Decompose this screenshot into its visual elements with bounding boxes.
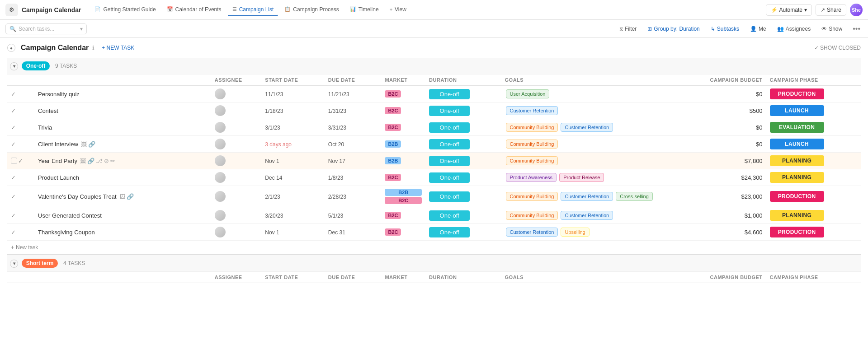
- group-by-icon: ⊞: [647, 26, 652, 32]
- group-header-short-term: ▾ Short term 4 TASKS: [7, 255, 861, 272]
- avatar[interactable]: [215, 88, 226, 99]
- automate-chevron: ▾: [804, 7, 807, 13]
- col-header-goals-st: GOALS: [501, 272, 678, 283]
- avatar[interactable]: [215, 191, 226, 202]
- group-collapse-icon-short[interactable]: ▾: [10, 260, 18, 268]
- avatar[interactable]: [215, 227, 226, 237]
- start-date: 3 days ago: [265, 141, 292, 148]
- show-label: Show: [829, 26, 842, 32]
- check-icon[interactable]: ✓: [11, 124, 16, 131]
- show-closed-button[interactable]: ✓ SHOW CLOSED: [814, 45, 861, 51]
- filter-label: Filter: [625, 26, 637, 32]
- plus-icon: +: [11, 244, 14, 251]
- avatar[interactable]: [215, 210, 226, 221]
- task-name-cell: Valentine's Day Couples Treat 🖼 🔗: [38, 193, 208, 200]
- goal-badge: Customer Retention: [561, 211, 613, 220]
- new-task-button[interactable]: + NEW TASK: [98, 43, 138, 52]
- table-row: ✓ Valentine's Day Couples Treat 🖼 🔗 2/1/…: [7, 186, 861, 207]
- list-icon: ☰: [232, 6, 237, 12]
- info-icon[interactable]: ℹ: [92, 45, 94, 51]
- market-badge: B2C: [385, 124, 401, 131]
- tab-campaign-list[interactable]: ☰ Campaign List: [228, 4, 278, 16]
- add-task-link[interactable]: + New task: [11, 244, 857, 251]
- tab-view-add[interactable]: + View: [385, 4, 411, 16]
- tab-campaign-list-label: Campaign List: [239, 6, 274, 13]
- automate-label: Automate: [779, 7, 802, 13]
- tab-campaign-process[interactable]: 📋 Campaign Process: [280, 4, 343, 16]
- tab-view-label: View: [395, 6, 406, 13]
- new-task-label: + NEW TASK: [102, 45, 134, 51]
- section-header: ● Campaign Calendar ℹ + NEW TASK ✓ SHOW …: [7, 43, 861, 52]
- check-icon[interactable]: ✓: [11, 212, 16, 219]
- market-badge: B2B: [385, 157, 401, 164]
- share-button[interactable]: ↗ Share: [816, 4, 846, 16]
- col-header-name-st: [34, 272, 211, 283]
- tab-timeline[interactable]: 📊 Timeline: [345, 4, 383, 16]
- subtasks-button[interactable]: ↳ Subtasks: [708, 24, 742, 33]
- task-name: Trivia: [38, 124, 52, 131]
- check-icon[interactable]: ✓: [11, 229, 16, 236]
- market-badge: B2B: [385, 189, 422, 196]
- check-icon[interactable]: ✓: [11, 174, 16, 181]
- tab-getting-started-label: Getting Started Guide: [103, 6, 156, 13]
- task-icons: 🖼 🔗 ⎇ ⊘ ✏: [80, 158, 115, 164]
- search-box[interactable]: 🔍 Search tasks... ▾: [5, 23, 87, 34]
- start-date: 1/18/23: [265, 108, 283, 114]
- subtasks-label: Subtasks: [717, 26, 739, 32]
- start-date: 3/20/23: [265, 213, 283, 219]
- phase-badge: PLANNING: [770, 155, 824, 166]
- section-collapse-icon[interactable]: ●: [7, 44, 15, 52]
- avatar[interactable]: [215, 105, 226, 116]
- assignees-button[interactable]: 👥 Assignees: [774, 24, 813, 33]
- avatar[interactable]: [215, 139, 226, 149]
- group-collapse-icon[interactable]: ▾: [10, 62, 18, 70]
- budget-cell: $1,000: [681, 212, 762, 219]
- avatar[interactable]: [215, 172, 226, 183]
- market-badge: B2C: [385, 107, 401, 114]
- filter-button[interactable]: ⧖ Filter: [617, 24, 640, 33]
- phase-badge: LAUNCH: [770, 105, 824, 116]
- budget-cell: $0: [681, 124, 762, 131]
- automate-button[interactable]: ⚡ Automate ▾: [766, 4, 812, 16]
- start-date: Dec 14: [265, 175, 282, 181]
- goal-badge: Community Building: [506, 156, 558, 165]
- user-avatar[interactable]: She: [850, 4, 863, 16]
- table-row: ✓ Client Interview 🖼 🔗 3 days ago Oct 20: [7, 136, 861, 153]
- task-name: Product Launch: [38, 174, 79, 181]
- group-by-button[interactable]: ⊞ Group by: Duration: [645, 24, 702, 33]
- subtask-icon: ⎇: [96, 158, 103, 164]
- image-icon: 🖼: [80, 158, 86, 164]
- more-options-button[interactable]: •••: [850, 23, 863, 34]
- col-header-budget: CAMPAIGN BUDGET: [678, 74, 766, 86]
- me-label: Me: [759, 26, 766, 32]
- avatar[interactable]: [215, 122, 226, 133]
- check-icon[interactable]: ✓: [11, 193, 16, 200]
- col-header-duration-st: DURATION: [425, 272, 501, 283]
- tab-getting-started[interactable]: 📄 Getting Started Guide: [90, 4, 160, 16]
- group-badge-one-off: One-off: [22, 61, 50, 70]
- me-button[interactable]: 👤 Me: [747, 24, 769, 33]
- goals-cell: Community Building Customer Retention: [505, 210, 675, 221]
- goals-cell: Community Building Customer Retention: [505, 122, 675, 133]
- start-date: 2/1/23: [265, 194, 280, 200]
- goals-cell: User Acquisition: [505, 88, 675, 99]
- tab-calendar-events-label: Calendar of Events: [175, 6, 222, 13]
- check-icon[interactable]: ✓: [11, 107, 16, 114]
- check-icon[interactable]: ✓: [11, 91, 16, 98]
- link-icon: 🔗: [127, 193, 134, 200]
- avatar[interactable]: [215, 155, 226, 166]
- show-button[interactable]: 👁 Show: [819, 24, 845, 33]
- check-icon[interactable]: ✓: [11, 141, 16, 148]
- main-content: ● Campaign Calendar ℹ + NEW TASK ✓ SHOW …: [0, 38, 868, 289]
- tab-calendar-events[interactable]: 📅 Calendar of Events: [162, 4, 226, 16]
- automate-icon: ⚡: [771, 7, 778, 13]
- goal-badge: Customer Retention: [506, 106, 558, 115]
- check-icon[interactable]: ✓: [18, 158, 23, 164]
- duration-badge: One-off: [429, 106, 470, 116]
- edit-icon: ✏: [110, 158, 115, 164]
- group-one-off: ▾ One-off 9 TASKS ASSIGNEE START DATE DU…: [7, 58, 861, 283]
- assignees-label: Assignees: [786, 26, 811, 32]
- goal-badge: Community Building: [506, 123, 558, 132]
- row-checkbox[interactable]: [11, 158, 17, 164]
- due-date: 2/28/23: [328, 194, 346, 200]
